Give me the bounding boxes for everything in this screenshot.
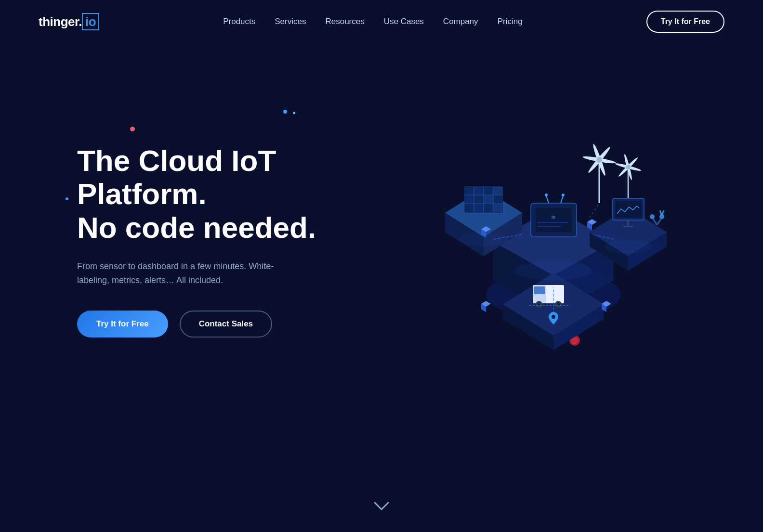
nav-links: Products Services Resources Use Cases Co…	[223, 17, 522, 26]
svg-rect-45	[484, 204, 493, 212]
svg-rect-46	[494, 204, 502, 212]
hero-title-line2: Platform.	[77, 177, 207, 210]
nav-item-use-cases[interactable]: Use Cases	[384, 17, 424, 26]
hero-title-line3: No code needed.	[77, 211, 316, 244]
hero-contact-sales-button[interactable]: Contact Sales	[180, 311, 272, 337]
nav-link-company[interactable]: Company	[443, 17, 478, 26]
svg-rect-38	[494, 187, 502, 195]
hero-content: The Cloud IoT Platform. No code needed. …	[77, 144, 318, 337]
svg-rect-57	[534, 286, 545, 294]
hero-try-free-button[interactable]: Try It for Free	[77, 311, 168, 337]
svg-point-70	[650, 214, 655, 219]
svg-rect-7	[536, 208, 572, 232]
hero-subtitle: From sensor to dashboard in a few minute…	[77, 260, 279, 287]
svg-point-19	[596, 157, 602, 163]
logo[interactable]: thinger.io	[39, 14, 99, 29]
svg-line-13	[561, 196, 563, 203]
svg-rect-36	[474, 187, 483, 195]
nav-item-company[interactable]: Company	[443, 17, 478, 26]
nav-item-services[interactable]: Services	[275, 17, 306, 26]
scroll-chevron[interactable]	[374, 499, 389, 515]
svg-rect-39	[465, 195, 474, 203]
svg-point-24	[626, 165, 631, 169]
svg-point-56	[556, 302, 560, 306]
nav-item-products[interactable]: Products	[223, 17, 255, 26]
svg-point-92	[460, 232, 508, 247]
nav-item-pricing[interactable]: Pricing	[498, 17, 523, 26]
hero-title: The Cloud IoT Platform. No code needed.	[77, 144, 318, 244]
svg-line-77	[590, 203, 599, 218]
nav-link-pricing[interactable]: Pricing	[498, 17, 523, 26]
svg-text:io: io	[552, 215, 556, 220]
svg-point-12	[545, 194, 548, 196]
svg-point-14	[562, 194, 565, 196]
nav-link-services[interactable]: Services	[275, 17, 306, 26]
logo-text-thinger: thinger.	[39, 14, 82, 29]
svg-rect-41	[484, 195, 493, 203]
hero-section: The Cloud IoT Platform. No code needed. …	[0, 43, 763, 428]
navbar: thinger.io Products Services Resources U…	[0, 0, 763, 43]
svg-rect-37	[484, 187, 493, 195]
iot-graphic: io	[407, 92, 696, 362]
nav-link-products[interactable]: Products	[223, 17, 255, 26]
hero-title-line1: The Cloud IoT	[77, 144, 276, 177]
svg-point-93	[604, 239, 652, 254]
nav-item-resources[interactable]: Resources	[325, 17, 364, 26]
svg-rect-44	[474, 204, 483, 212]
svg-rect-43	[465, 204, 474, 212]
hero-illustration: io	[318, 96, 724, 385]
svg-point-54	[537, 302, 541, 306]
svg-point-90	[552, 315, 555, 319]
hero-buttons: Try It for Free Contact Sales	[77, 311, 318, 337]
svg-rect-35	[465, 187, 474, 195]
nav-link-use-cases[interactable]: Use Cases	[384, 17, 424, 26]
svg-point-91	[515, 261, 592, 280]
svg-rect-42	[494, 195, 502, 203]
svg-rect-65	[615, 201, 642, 218]
nav-link-resources[interactable]: Resources	[325, 17, 364, 26]
svg-rect-40	[474, 195, 483, 203]
logo-bracket: io	[82, 13, 99, 30]
nav-cta-button[interactable]: Try It for Free	[646, 11, 724, 33]
svg-line-11	[546, 196, 549, 203]
